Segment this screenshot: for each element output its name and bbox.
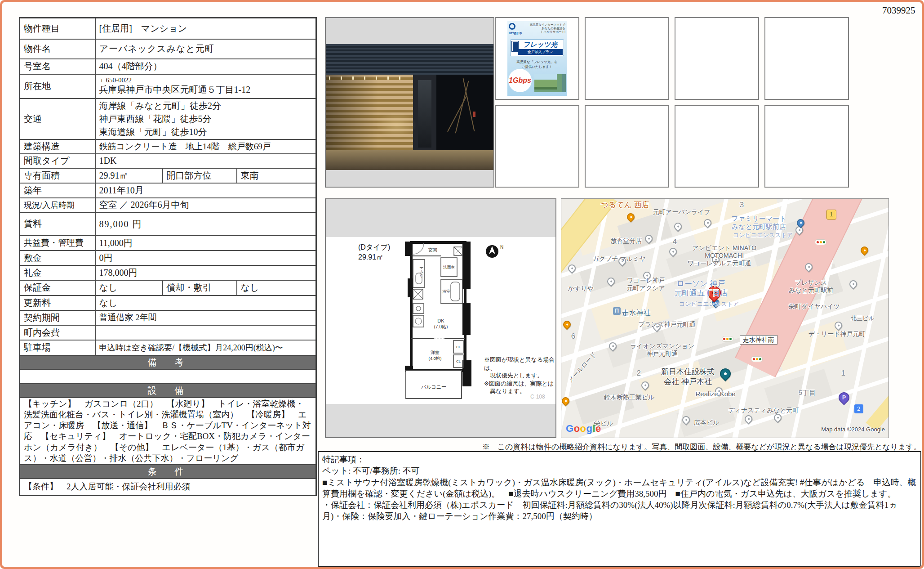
layout-type: 1DK: [95, 154, 316, 168]
notes-line: ペット: 不可/事務所: 不可: [322, 465, 917, 476]
floorplan-code: C-108: [530, 394, 545, 400]
property-sheet: 7039925 物件種目[住居用] マンション 物件名アーバネックスみなと元町 …: [0, 0, 924, 569]
table-row: 号室名404（4階部分）: [20, 59, 316, 74]
internet-flyer-image: NTT西日本 高品質なインターネットで あなたの新生活を しっかりサポート! フ…: [507, 21, 567, 96]
guarantee-money: なし: [95, 280, 163, 296]
row-label: 保証金: [20, 280, 95, 296]
row-label: 物件名: [20, 39, 95, 59]
document-disclaimer: ※ この資料は物件の概略紹介資料になります。写真、間取図面、設備、概要などが現況…: [317, 442, 921, 452]
renewal-fee: なし: [95, 296, 316, 310]
table-row: [20, 369, 316, 384]
map-label: つるてん 西店: [600, 200, 649, 210]
map-label: 4: [673, 237, 677, 246]
traffic-light-icon: [751, 356, 763, 362]
rent-amount: 89,000 円: [95, 212, 316, 236]
row-label: 物件種目: [20, 18, 95, 39]
address: 兵庫県神戸市中央区元町通５丁目1-12: [99, 84, 312, 96]
map-label: ディナスティみなと元町: [728, 407, 799, 415]
main-photo: [325, 17, 494, 188]
row-label: 号室名: [20, 59, 95, 74]
svg-text:N: N: [500, 245, 503, 250]
availability: 空室 ／ 2026年6月中旬: [95, 198, 316, 212]
traffic-light-icon: [722, 336, 733, 342]
conditions-header: 条 件: [20, 465, 316, 479]
flyer-buildings-art: [534, 74, 566, 92]
row-label: 共益費・管理費: [20, 236, 95, 251]
room-balcony: バルコニー: [421, 384, 446, 390]
table-row: 【条件】 2人入居可能・保証会社利用必須: [20, 479, 316, 495]
row-label: 築年: [20, 183, 95, 198]
map-label: 鈴木断熱工業ビル: [604, 394, 655, 402]
map-label: 元町アーバンライフ: [653, 208, 711, 216]
google-logo: Google: [566, 423, 601, 435]
map-label: 放香堂分店: [610, 237, 642, 245]
built-year: 2011年10月: [95, 183, 316, 198]
photo-slot-flyer: NTT西日本 高品質なインターネットで あなたの新生活を しっかりサポート! フ…: [495, 17, 579, 100]
map-label: 2: [636, 368, 640, 378]
map-label: アンビエント MINATO MOTOMACHI: [692, 244, 756, 260]
map-label: コンビニエンスストア: [679, 300, 739, 308]
row-label: 間取タイプ: [20, 154, 95, 168]
map-label: ワコーレアルテ元町通: [687, 260, 751, 268]
photo-slot-empty: [764, 17, 849, 100]
svg-text:(4.0帖): (4.0帖): [428, 356, 441, 361]
table-row: 物件名アーバネックスみなと元町: [20, 39, 316, 59]
photo-slot-empty: [675, 105, 759, 188]
map-label-property-store: ローソン 神戸 元町通五丁目店: [674, 279, 728, 298]
row-label: 更新料: [20, 296, 95, 310]
room-genkan: 玄関: [428, 247, 437, 252]
row-label: 交通: [20, 99, 95, 139]
svg-text:(7.0帖): (7.0帖): [434, 324, 448, 329]
row-label: 専有面積: [20, 168, 95, 183]
compass-icon: N: [486, 245, 503, 258]
row-value: [住居用] マンション: [95, 18, 316, 39]
map-label: ライオンズマンション 神戸元町通: [630, 342, 694, 358]
floorplan-note: ※図面が現状と異なる場合は、 現状優先とします。 ※図面の縮尺は、実際とは 異な…: [484, 356, 555, 395]
map-label: 走水神社: [622, 309, 651, 318]
table-row: 【キッチン】 ガスコンロ（2口） 【水廻り】 トイレ・浴室乾燥機・洗髪洗面化粧台…: [20, 398, 316, 465]
floorplan-type: (Dタイプ): [358, 243, 390, 251]
photo-slot-empty: [675, 17, 759, 100]
remarks-body: [20, 369, 316, 384]
row-label: 契約期間: [20, 310, 95, 325]
row-label: 建築構造: [20, 139, 95, 154]
map-label: コンビニエンスストア: [733, 232, 793, 239]
key-money: 178,000円: [95, 265, 316, 280]
photo-slot-empty: [764, 105, 849, 188]
map-label: デ・リード神戸元町: [808, 330, 866, 338]
row-label: 償却・敷引: [163, 280, 237, 296]
table-row: 築年2011年10月: [20, 183, 316, 198]
property-name: アーバネックスみなと元町: [95, 39, 316, 59]
photo-slot-empty: [585, 17, 669, 100]
room-bath: 浴室: [442, 289, 450, 294]
table-row: 保証金なし償却・敷引なし: [20, 280, 316, 296]
table-row: 間取タイプ1DK: [20, 154, 316, 168]
map-label: 北三ビル: [851, 315, 875, 322]
neighborhood-fee: [95, 325, 316, 340]
table-row: 敷金0円: [20, 251, 316, 265]
floor-area: 29.91㎡: [95, 168, 163, 183]
map-label: ファミリーマート みなと元町駅前店: [732, 215, 786, 232]
flyer-product-badge: フレッツ光 全戸加入プラン: [510, 39, 564, 56]
table-row: 建築構造鉄筋コンクリート造 地上14階 総戸数69戸: [20, 139, 316, 154]
ntt-logo-icon: [509, 23, 515, 30]
table-row: 町内会費: [20, 325, 316, 340]
section-header-remarks: 備 考: [20, 355, 316, 369]
table-row: 所在地〒650-0022兵庫県神戸市中央区元町通５丁目1-12: [20, 74, 316, 99]
map-label: 3: [740, 200, 744, 210]
table-row: 契約期間普通借家 2年間: [20, 310, 316, 325]
row-label: 現況/入居時期: [20, 198, 95, 212]
table-row: 専有面積29.91㎡開口部方位東南: [20, 168, 316, 183]
row-label: 賃料: [20, 212, 95, 236]
map-pin: [673, 221, 684, 232]
floor-plan: (Dタイプ) 29.91㎡ 玄関 トイレ 洗面室: [325, 198, 556, 438]
row-label: 町内会費: [20, 325, 95, 340]
floorplan-area: 29.91㎡: [358, 253, 383, 261]
reference-number: 7039925: [882, 5, 915, 16]
map-pin: [848, 278, 858, 289]
closet-1: CL: [456, 345, 461, 349]
room-washroom: 洗面室: [443, 265, 455, 269]
room-number: 404（4階部分）: [95, 59, 316, 74]
row-label: 敷金: [20, 251, 95, 265]
conditions-body: 【条件】 2人入居可能・保証会社利用必須: [20, 479, 316, 495]
